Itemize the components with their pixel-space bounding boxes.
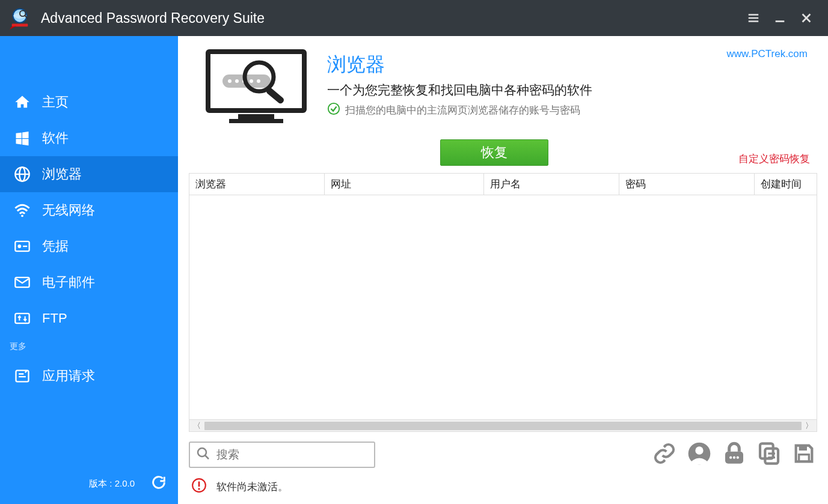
pctrek-link[interactable]: www.PCTrek.com <box>727 48 808 60</box>
app-icon <box>8 7 31 29</box>
app-title: Advanced Password Recovery Suite <box>41 10 740 26</box>
scroll-right-icon[interactable]: 〉 <box>803 421 815 431</box>
svg-point-23 <box>257 79 260 83</box>
sidebar-item-label: 凭据 <box>42 237 69 255</box>
svg-rect-39 <box>799 446 807 451</box>
horizontal-scrollbar[interactable]: 〈 〉 <box>189 420 817 432</box>
home-icon <box>13 93 31 111</box>
titlebar: Advanced Password Recovery Suite <box>0 0 828 36</box>
sidebar-item-label: 浏览器 <box>42 165 82 183</box>
svg-rect-25 <box>265 87 285 105</box>
svg-point-32 <box>729 457 732 459</box>
svg-point-33 <box>733 457 735 459</box>
scroll-track[interactable] <box>204 422 802 430</box>
checkmark-icon <box>327 102 340 118</box>
col-browser[interactable]: 浏览器 <box>189 174 325 195</box>
table-header: 浏览器 网址 用户名 密码 创建时间 <box>189 173 817 195</box>
svg-rect-3 <box>12 24 28 27</box>
svg-rect-35 <box>765 449 778 464</box>
sidebar: 主页 软件 浏览器 无线网络 凭据 电子邮件 FTP 更多 应用请求 <box>0 36 178 504</box>
svg-rect-17 <box>229 119 283 123</box>
close-button[interactable] <box>793 5 820 31</box>
sidebar-item-label: 无线网络 <box>42 201 95 219</box>
custom-recover-link[interactable]: 自定义密码恢复 <box>738 152 810 166</box>
svg-point-30 <box>695 446 703 454</box>
mail-icon <box>13 273 31 291</box>
sidebar-item-email[interactable]: 电子邮件 <box>0 264 178 300</box>
credential-icon <box>13 237 31 255</box>
recover-button[interactable]: 恢复 <box>440 139 548 166</box>
search-icon <box>196 446 210 463</box>
lock-button[interactable] <box>721 440 747 469</box>
svg-point-27 <box>198 448 206 457</box>
refresh-button[interactable] <box>150 474 167 493</box>
col-username[interactable]: 用户名 <box>484 174 619 195</box>
svg-point-26 <box>328 103 339 114</box>
sidebar-item-credentials[interactable]: 凭据 <box>0 228 178 264</box>
copy-button[interactable] <box>756 440 782 469</box>
svg-point-34 <box>737 457 739 459</box>
globe-icon <box>13 165 31 183</box>
request-icon <box>13 367 31 385</box>
ftp-icon <box>13 309 31 327</box>
monitor-search-icon <box>202 48 310 129</box>
user-button[interactable] <box>686 440 713 469</box>
hero-check-text: 扫描您的电脑中的主流网页浏览器储存的账号与密码 <box>345 103 580 117</box>
col-password[interactable]: 密码 <box>619 174 755 195</box>
sidebar-item-wifi[interactable]: 无线网络 <box>0 192 178 228</box>
svg-rect-16 <box>238 114 274 119</box>
svg-point-19 <box>228 79 232 83</box>
search-input[interactable] <box>216 448 368 461</box>
sidebar-item-label: 主页 <box>42 93 69 111</box>
wifi-icon <box>13 201 31 219</box>
sidebar-item-home[interactable]: 主页 <box>0 84 178 120</box>
status-message: 软件尚未激活。 <box>216 480 288 494</box>
status-bar: 软件尚未激活。 <box>178 473 828 504</box>
col-url[interactable]: 网址 <box>325 174 484 195</box>
save-button[interactable] <box>791 440 817 469</box>
sidebar-item-browser[interactable]: 浏览器 <box>0 156 178 192</box>
sidebar-item-label: 电子邮件 <box>42 273 95 291</box>
svg-rect-36 <box>760 443 773 458</box>
svg-point-22 <box>250 79 253 83</box>
link-button[interactable] <box>651 440 678 469</box>
minimize-button[interactable] <box>767 5 793 31</box>
windows-icon <box>13 129 31 147</box>
search-box[interactable] <box>189 442 375 468</box>
scroll-left-icon[interactable]: 〈 <box>191 421 203 431</box>
col-created[interactable]: 创建时间 <box>755 174 817 195</box>
sidebar-item-label: 软件 <box>42 129 69 147</box>
sidebar-item-label: 应用请求 <box>42 367 95 385</box>
sidebar-item-app-request[interactable]: 应用请求 <box>0 358 178 394</box>
hero-title: 浏览器 <box>327 52 592 78</box>
sidebar-item-ftp[interactable]: FTP <box>0 300 178 336</box>
sidebar-item-software[interactable]: 软件 <box>0 120 178 156</box>
main-panel: 浏览器 一个为您完整恢复和找回电脑中各种密码的软件 扫描您的电脑中的主流网页浏览… <box>178 36 828 504</box>
svg-point-43 <box>198 488 200 490</box>
version-label: 版本 : 2.0.0 <box>89 478 135 490</box>
svg-line-28 <box>205 455 209 459</box>
sidebar-item-label: FTP <box>42 311 67 326</box>
table-body <box>189 195 817 420</box>
menu-button[interactable] <box>740 5 767 31</box>
svg-rect-13 <box>15 314 29 323</box>
svg-point-20 <box>235 79 239 83</box>
svg-point-10 <box>17 244 21 248</box>
svg-point-8 <box>21 214 23 217</box>
warning-icon <box>191 478 207 496</box>
sidebar-more-label: 更多 <box>0 336 178 358</box>
hero-subtitle: 一个为您完整恢复和找回电脑中各种密码的软件 <box>327 82 592 99</box>
